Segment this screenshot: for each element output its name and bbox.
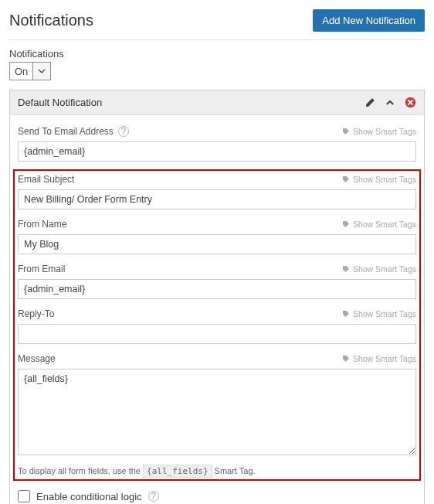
reply-to-field: Reply-To Show Smart Tags [18, 307, 416, 344]
message-textarea[interactable] [18, 369, 416, 455]
page-title: Notifications [9, 12, 93, 29]
smart-tags-link[interactable]: Show Smart Tags [342, 264, 416, 274]
notifications-toggle-label: Notifications [9, 48, 425, 60]
conditional-logic-checkbox[interactable] [18, 490, 30, 502]
from-email-input[interactable] [18, 279, 416, 299]
add-notification-button[interactable]: Add New Notification [313, 9, 425, 32]
send-to-label: Send To Email Address [18, 126, 114, 137]
panel-title: Default Notification [18, 97, 364, 108]
chevron-up-icon[interactable] [385, 97, 395, 108]
conditional-logic-label: Enable conditional logic [36, 491, 142, 502]
help-icon[interactable]: ? [118, 126, 129, 137]
notifications-toggle-select[interactable]: On [9, 62, 425, 80]
reply-to-label: Reply-To [18, 308, 54, 319]
smart-tags-link[interactable]: Show Smart Tags [342, 127, 416, 136]
from-name-label: From Name [18, 219, 66, 230]
send-to-input[interactable] [18, 141, 416, 162]
conditional-logic-row: Enable conditional logic ? [18, 487, 416, 504]
from-name-input[interactable] [18, 234, 416, 254]
subject-input[interactable] [18, 189, 416, 209]
smart-tags-link[interactable]: Show Smart Tags [342, 354, 416, 363]
notification-panel: Default Notification Send To Email Addre… [9, 90, 425, 504]
from-email-field: From Email Show Smart Tags [18, 262, 416, 299]
panel-header: Default Notification [10, 90, 424, 115]
notifications-toggle-value: On [9, 62, 32, 80]
smart-tags-link[interactable]: Show Smart Tags [342, 220, 416, 229]
reply-to-input[interactable] [18, 324, 416, 344]
smart-tags-link[interactable]: Show Smart Tags [342, 309, 416, 318]
help-icon[interactable]: ? [148, 491, 159, 502]
from-email-label: From Email [18, 264, 65, 274]
from-name-field: From Name Show Smart Tags [18, 217, 416, 254]
subject-field: Email Subject Show Smart Tags [18, 172, 416, 209]
highlight-box: Email Subject Show Smart Tags From Name [13, 169, 421, 481]
send-to-field: Send To Email Address ? Show Smart Tags [18, 124, 416, 162]
chevron-down-icon[interactable] [32, 62, 51, 80]
smart-tags-link[interactable]: Show Smart Tags [342, 175, 416, 184]
delete-icon[interactable] [405, 97, 416, 108]
message-label: Message [18, 353, 56, 364]
all-fields-hint: To display all form fields, use the {all… [18, 466, 416, 476]
edit-icon[interactable] [364, 97, 375, 108]
notifications-toggle-row: Notifications On [9, 48, 425, 80]
message-field: Message Show Smart Tags [18, 352, 416, 458]
code-tag: {all_fields} [143, 465, 212, 478]
page-header: Notifications Add New Notification [9, 6, 425, 40]
subject-label: Email Subject [18, 174, 74, 185]
